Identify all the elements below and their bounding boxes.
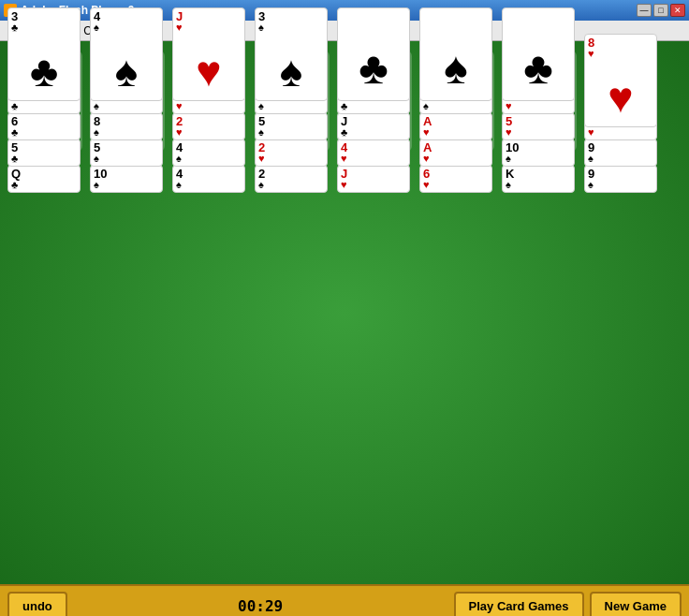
card-corner: 10♠ [94,168,159,190]
tableau-card[interactable]: 5♠ [90,139,163,167]
card-corner: 6♣ [11,115,77,138]
card-suit-small-icon: ♣ [11,154,18,164]
title-bar-controls: — □ ✕ [637,4,685,17]
card-suit-small-icon: ♠ [258,22,264,33]
tableau-card[interactable]: 3♣♣ [7,7,81,101]
card-big-suit-icon: ♣ [359,46,388,91]
card-suit-small-icon: ♠ [506,180,511,190]
card-suit-small-icon: ♠ [588,154,594,164]
bottom-bar: undo 00:29 Play Card Games New Game [0,584,689,616]
card-big-suit-icon: ♠ [280,50,302,93]
tableau-card[interactable]: ♣ [502,7,575,101]
card-corner: 4♠ [176,141,242,164]
tableau-card[interactable]: 2♥ [172,112,245,140]
card-suit-small-icon: ♣ [11,180,18,190]
tableau-card[interactable]: 10♠ [502,139,575,167]
card-suit-small-icon: ♠ [423,101,429,111]
card-suit-small-icon: ♠ [94,127,99,138]
card-suit-small-icon: ♣ [11,127,18,138]
card-suit-small-icon: ♠ [258,101,264,111]
card-suit-small-icon: ♥ [176,101,183,111]
card-suit-small-icon: ♠ [94,180,99,190]
card-corner: 4♥ [341,141,406,164]
card-corner: 2♥ [258,141,324,164]
undo-button[interactable]: undo [7,592,67,617]
tableau-card[interactable]: ♠ [419,7,492,101]
card-suit-small-icon: ♠ [94,154,99,164]
tableau-card[interactable]: A♥ [419,112,492,140]
tableau-card[interactable]: 6♣ [7,112,81,140]
card-corner: A♥ [423,141,489,164]
card-suit-small-icon: ♥ [423,154,430,164]
card-suit-small-icon: ♥ [258,154,265,164]
timer-display: 00:29 [238,597,283,615]
card-suit-small-icon: ♠ [94,22,99,33]
card-corner: 4♠ [176,168,242,190]
card-corner: 8♥ [588,37,653,59]
tableau-card[interactable]: 5♣ [7,139,81,167]
card-corner: Q♣ [11,168,77,190]
card-suit-small-icon: ♠ [258,127,264,138]
tableau-card[interactable]: 6♥ [419,165,492,193]
tableau-card[interactable]: K♠ [502,165,575,193]
card-suit-small-icon: ♣ [341,101,347,111]
card-suit-small-icon: ♥ [506,101,512,111]
card-suit-small-icon: ♣ [11,22,18,33]
card-corner: 3♣ [11,10,77,33]
card-corner: 4♠ [94,10,159,33]
tableau-card[interactable]: 5♥ [502,112,575,140]
card-suit-small-icon: ♥ [588,49,594,59]
card-suit-small-icon: ♥ [341,180,347,190]
card-suit-small-icon: ♣ [11,101,18,111]
card-corner: 9♠ [588,141,653,164]
tableau-card[interactable]: 8♥♥ [584,34,657,127]
tableau-card[interactable]: J♥♥ [172,7,245,101]
card-corner: J♥ [176,10,242,33]
card-suit-small-icon: ♥ [176,22,183,33]
game-area: ♠ ♥ ♣ ♦ Q♣5♣6♣7♣7♥Q♣3♣♣10♠5♠8♠8♠J♠3♥4♠♠4… [0,41,689,584]
card-big-suit-icon: ♠ [444,46,468,91]
card-corner: 5♠ [94,141,159,164]
card-suit-small-icon: ♥ [506,127,512,138]
tableau-card[interactable]: 8♠ [90,112,163,140]
card-corner: 2♠ [258,168,324,190]
card-corner: 6♥ [423,168,489,190]
card-suit-small-icon: ♥ [423,127,430,138]
card-suit-small-icon: ♥ [588,127,594,138]
play-card-games-button[interactable]: Play Card Games [454,592,584,617]
card-big-suit-icon: ♣ [30,50,58,93]
tableau-card[interactable]: 3♠♠ [255,7,328,101]
card-big-suit-icon: ♠ [115,50,138,93]
tableau-card[interactable]: 9♠ [584,165,657,193]
card-corner: 3♠ [258,10,324,33]
tableau-card[interactable]: ♣ [337,7,410,101]
card-corner: J♣ [341,115,406,138]
close-button[interactable]: ✕ [670,4,685,17]
card-corner: 2♥ [176,115,242,138]
card-big-suit-icon: ♥ [608,76,633,119]
tableau-card[interactable]: 9♠ [584,139,657,167]
maximize-button[interactable]: □ [653,4,668,17]
card-suit-small-icon: ♠ [506,154,511,164]
tableau-card[interactable]: 2♥ [255,139,328,167]
tableau-card[interactable]: J♣ [337,112,410,140]
tableau-card[interactable]: 4♠ [172,139,245,167]
tableau-card[interactable]: 4♥ [337,139,410,167]
tableau-card[interactable]: Q♣ [7,165,81,193]
tableau-card[interactable]: J♥ [337,165,410,193]
tableau-card[interactable]: A♥ [419,139,492,167]
tableau-card[interactable]: 2♠ [255,165,328,193]
card-suit-small-icon: ♣ [341,127,347,138]
card-suit-small-icon: ♠ [94,101,99,111]
tableau-card[interactable]: 10♠ [90,165,163,193]
tableau-card[interactable]: 4♠♠ [90,7,163,101]
tableau-card[interactable]: 4♠ [172,165,245,193]
card-suit-small-icon: ♠ [258,180,264,190]
minimize-button[interactable]: — [637,4,652,17]
card-suit-small-icon: ♠ [176,154,182,164]
new-game-button[interactable]: New Game [590,592,682,617]
card-suit-small-icon: ♥ [176,127,183,138]
tableau-card[interactable]: 5♠ [255,112,328,140]
card-corner: 8♠ [94,115,159,138]
card-big-suit-icon: ♥ [196,50,221,93]
